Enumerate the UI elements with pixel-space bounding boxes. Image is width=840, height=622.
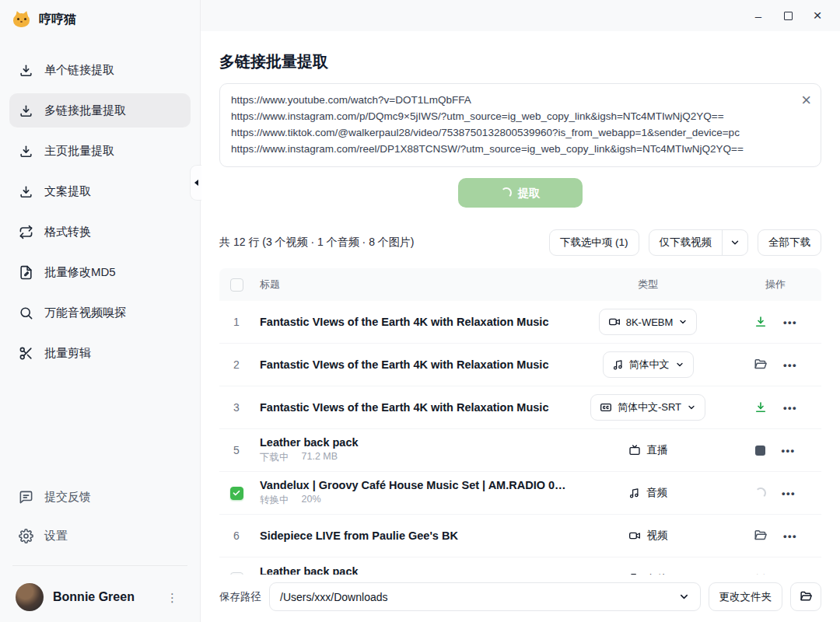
row-checkbox-checked[interactable] bbox=[230, 487, 243, 500]
cc-subtitle-icon bbox=[600, 401, 612, 414]
more-actions-icon[interactable]: ••• bbox=[782, 487, 796, 499]
sidebar-item-single-link-extract[interactable]: 单个链接提取 bbox=[9, 53, 191, 87]
row-index: 5 bbox=[233, 444, 240, 456]
type-indicator: 视频 bbox=[628, 529, 668, 543]
more-actions-icon[interactable]: ••• bbox=[783, 359, 797, 371]
table-row: Vandelux | Groovy Café House Music Set |… bbox=[219, 472, 821, 515]
user-profile[interactable]: Bonnie Green ⋮ bbox=[9, 578, 191, 611]
download-all-button[interactable]: 全部下载 bbox=[758, 229, 821, 256]
row-title: Vandelux | Groovy Café House Music Set |… bbox=[260, 479, 566, 491]
status-label: 转换中 bbox=[260, 494, 289, 507]
sidebar-item-label: 文案提取 bbox=[44, 184, 91, 199]
close-button[interactable]: × bbox=[806, 5, 829, 26]
stop-icon[interactable] bbox=[755, 446, 765, 456]
download-selected-button[interactable]: 下载选中项 (1) bbox=[549, 229, 639, 256]
type-indicator: 直播 bbox=[628, 443, 668, 457]
format-label: 简体中文 bbox=[629, 358, 670, 372]
user-menu-kebab-icon[interactable]: ⋮ bbox=[160, 592, 184, 603]
sidebar-item-label: 批量修改MD5 bbox=[44, 265, 116, 280]
open-folder-icon[interactable] bbox=[754, 529, 768, 543]
music-note-icon bbox=[612, 359, 624, 371]
sidebar-item-text-extract[interactable]: 文案提取 bbox=[9, 174, 191, 208]
video-camera-icon bbox=[608, 316, 621, 328]
sidebar-item-label: 设置 bbox=[44, 529, 68, 543]
row-title: Fantastic VIews of the Earth 4K with Rel… bbox=[260, 358, 566, 371]
extract-row: 提取 bbox=[219, 178, 821, 208]
extract-button[interactable]: 提取 bbox=[458, 178, 583, 208]
sidebar-item-feedback[interactable]: 提交反馈 bbox=[9, 480, 191, 514]
row-index: 3 bbox=[233, 401, 240, 414]
extract-button-label: 提取 bbox=[518, 186, 541, 201]
table-row: 5 Leather back pack 下载中 71.2 MB 直播 bbox=[219, 429, 821, 472]
convert-icon bbox=[19, 225, 33, 239]
video-camera-icon bbox=[628, 529, 641, 542]
sidebar-item-batch-modify-md5[interactable]: 批量修改MD5 bbox=[9, 255, 191, 289]
download-videos-only-button[interactable]: 仅下载视频 bbox=[649, 229, 749, 256]
sidebar-collapse-handle[interactable] bbox=[190, 165, 201, 201]
sidebar-item-homepage-batch-extract[interactable]: 主页批量提取 bbox=[9, 134, 191, 168]
edit-document-icon bbox=[19, 265, 33, 280]
maximize-button[interactable] bbox=[776, 5, 800, 26]
download-icon[interactable] bbox=[754, 315, 768, 329]
scissors-icon bbox=[19, 346, 33, 361]
feedback-icon bbox=[19, 490, 33, 505]
type-label: 音频 bbox=[646, 486, 667, 500]
sidebar-item-label: 多链接批量提取 bbox=[44, 103, 126, 118]
main-column: – × 多链接批量提取 https://www.youtube.com/watc… bbox=[201, 0, 840, 622]
more-actions-icon[interactable]: ••• bbox=[783, 402, 797, 414]
gear-icon bbox=[19, 529, 33, 543]
app-title: 哼哼猫 bbox=[39, 12, 76, 28]
row-status: 下载中 71.2 MB bbox=[260, 451, 566, 464]
download-videos-only-label: 仅下载视频 bbox=[649, 230, 723, 255]
sidebar-item-multi-link-extract[interactable]: 多链接批量提取 bbox=[9, 93, 191, 128]
sidebar-divider bbox=[12, 565, 187, 566]
format-label: 简体中文-SRT bbox=[618, 400, 681, 414]
more-actions-icon[interactable]: ••• bbox=[781, 445, 795, 456]
save-path-label: 保存路径 bbox=[219, 590, 261, 604]
type-indicator: 音频 bbox=[628, 486, 667, 500]
clear-input-icon[interactable]: × bbox=[801, 93, 811, 107]
row-title: Sidepiece LIVE from Paulie Gee's BK bbox=[260, 529, 566, 542]
format-select-chip[interactable]: 简体中文 bbox=[603, 351, 694, 378]
open-folder-icon[interactable] bbox=[754, 358, 768, 372]
maximize-icon bbox=[784, 12, 793, 20]
download-icon bbox=[19, 63, 33, 78]
chevron-down-icon bbox=[675, 360, 684, 369]
table-header: 标题 类型 操作 bbox=[219, 268, 821, 301]
link-input-container: https://www.youtube.com/watch?v=DOT1LmQb… bbox=[219, 83, 821, 167]
chevron-down-icon[interactable] bbox=[722, 230, 747, 255]
row-title: Leather back pack bbox=[260, 436, 566, 449]
app-brand: 哼哼猫 bbox=[0, 8, 200, 39]
chevron-down-icon bbox=[687, 403, 696, 412]
sidebar-item-format-convert[interactable]: 格式转换 bbox=[9, 215, 191, 249]
links-textarea[interactable]: https://www.youtube.com/watch?v=DOT1LmQb… bbox=[231, 92, 789, 156]
header-ops: 操作 bbox=[730, 278, 821, 292]
sidebar-item-batch-clip[interactable]: 批量剪辑 bbox=[9, 336, 191, 370]
chevron-down-icon bbox=[678, 317, 688, 327]
change-folder-button[interactable]: 更改文件夹 bbox=[709, 582, 783, 611]
more-actions-icon[interactable]: ••• bbox=[783, 530, 797, 542]
cat-logo-icon bbox=[12, 11, 31, 28]
user-name: Bonnie Green bbox=[53, 590, 151, 604]
status-value: 71.2 MB bbox=[302, 451, 338, 464]
save-path-select[interactable]: /Users/xxx/Downloads bbox=[269, 582, 701, 611]
sidebar-item-media-sniffer[interactable]: 万能音视频嗅探 bbox=[9, 295, 191, 330]
open-folder-button[interactable] bbox=[790, 582, 821, 611]
status-value: 20% bbox=[302, 494, 321, 507]
format-select-chip[interactable]: 8K-WEBM bbox=[599, 309, 698, 335]
save-path-bar: 保存路径 /Users/xxx/Downloads 更改文件夹 bbox=[201, 575, 840, 622]
page-title: 多链接批量提取 bbox=[219, 51, 821, 72]
sidebar-item-label: 格式转换 bbox=[44, 225, 91, 239]
save-path-value: /Users/xxx/Downloads bbox=[280, 591, 388, 603]
row-index: 1 bbox=[233, 316, 240, 328]
sidebar-item-settings[interactable]: 设置 bbox=[9, 519, 191, 553]
format-select-chip[interactable]: 简体中文-SRT bbox=[590, 394, 705, 421]
more-actions-icon[interactable]: ••• bbox=[783, 316, 797, 328]
download-icon[interactable] bbox=[754, 400, 768, 414]
minimize-button[interactable]: – bbox=[747, 5, 770, 26]
select-all-checkbox[interactable] bbox=[230, 278, 243, 292]
app-window: 哼哼猫 单个链接提取 多链接批量提取 主页批量提取 文案提取 格式转换 bbox=[0, 0, 840, 622]
download-icon bbox=[19, 144, 33, 159]
bulk-actions: 下载选中项 (1) 仅下载视频 全部下载 bbox=[549, 229, 821, 256]
row-title: Fantastic VIews of the Earth 4K with Rel… bbox=[260, 401, 566, 414]
